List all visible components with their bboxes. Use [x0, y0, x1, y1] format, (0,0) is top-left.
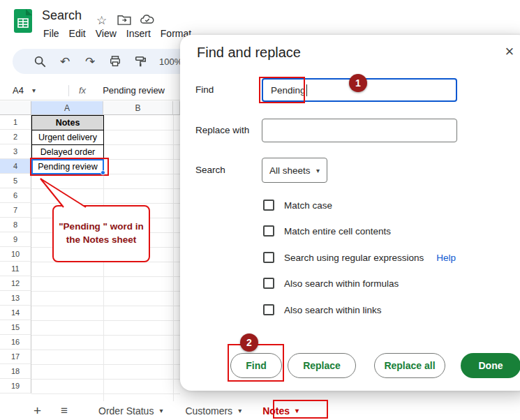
cell-A2[interactable]: Urgent delivery [31, 130, 104, 145]
chevron-down-icon: ▾ [316, 167, 320, 174]
column-header-partial[interactable] [173, 101, 180, 115]
match-case-label: Match case [284, 200, 332, 211]
row-header-4[interactable]: 4 [0, 159, 31, 174]
print-icon[interactable] [109, 55, 121, 68]
help-link[interactable]: Help [436, 253, 456, 263]
match-case-checkbox[interactable] [263, 200, 274, 211]
row-header-16[interactable]: 16 [0, 335, 31, 350]
name-box-value: A4 [13, 85, 24, 96]
cell-A1[interactable]: Notes [31, 115, 104, 130]
search-scope-dropdown[interactable]: All sheets ▾ [262, 158, 327, 183]
search-formulas-label: Also search within formulas [284, 278, 399, 289]
menu-edit[interactable]: Edit [69, 28, 86, 39]
sheets-logo-icon[interactable] [14, 9, 32, 33]
chevron-down-icon: ▾ [32, 87, 36, 94]
row-header-15[interactable]: 15 [0, 320, 31, 335]
search-label: Search [195, 165, 225, 175]
column-header-A[interactable]: A [31, 101, 103, 115]
annotation-badge-1: 1 [349, 74, 367, 92]
row-header-1[interactable]: 1 [0, 115, 31, 130]
match-entire-cell-checkbox[interactable] [263, 225, 274, 237]
row-header-9[interactable]: 9 [0, 232, 31, 247]
gridline [31, 320, 180, 321]
gridline [31, 188, 180, 189]
row-header-8[interactable]: 8 [0, 218, 31, 232]
star-icon[interactable]: ☆ [96, 13, 107, 28]
redo-icon[interactable]: ↷ [84, 54, 96, 69]
all-sheets-menu-icon[interactable]: ≡ [61, 404, 68, 418]
sheet-tab-order-status[interactable]: Order Status ▾ [98, 405, 163, 417]
menu-file[interactable]: File [43, 28, 59, 39]
replace-input[interactable] [262, 119, 457, 142]
search-formulas-checkbox[interactable] [263, 278, 274, 289]
menu-view[interactable]: View [96, 28, 117, 39]
document-title[interactable]: Search [42, 8, 82, 23]
row-header-3[interactable]: 3 [0, 144, 31, 159]
search-links-label: Also search within links [284, 305, 382, 315]
find-label: Find [195, 84, 214, 95]
row-header-14[interactable]: 14 [0, 306, 31, 320]
callout-line-1: "Pending " word in [59, 220, 144, 234]
search-icon[interactable] [34, 55, 46, 68]
fill-handle[interactable] [101, 170, 105, 175]
close-button[interactable]: × [500, 42, 519, 61]
row-header-19[interactable]: 19 [0, 379, 31, 393]
menu-bar: File Edit View Insert Format [43, 28, 191, 39]
row-header-18[interactable]: 18 [0, 364, 31, 379]
gridline [31, 291, 180, 292]
tab-dropdown-icon: ▾ [159, 407, 163, 414]
option-row: Match entire cell contents [263, 224, 391, 238]
text-cursor [306, 84, 307, 96]
option-row: Match case [263, 198, 332, 212]
option-row: Also search within formulas [263, 276, 399, 290]
tab-label: Customers [185, 405, 232, 417]
search-scope-value: All sheets [269, 165, 311, 176]
row-header-13[interactable]: 13 [0, 291, 31, 306]
row-header-12[interactable]: 12 [0, 276, 31, 291]
annotation-box-notes-tab [273, 400, 328, 419]
replace-all-button[interactable]: Replace all [374, 353, 445, 378]
close-icon: × [505, 43, 514, 61]
sheet-tab-customers[interactable]: Customers ▾ [185, 405, 242, 417]
menu-insert[interactable]: Insert [126, 28, 151, 39]
gridline [173, 115, 174, 401]
google-sheets-app: Search ☆ File Edit View Insert Format ↶ … [0, 0, 520, 420]
gridline [31, 306, 180, 306]
gridline [31, 364, 180, 365]
gridline [31, 276, 180, 277]
annotation-box-find-word [259, 77, 305, 103]
gridline [31, 393, 180, 394]
row-header-17[interactable]: 17 [0, 350, 31, 364]
paint-format-icon[interactable] [134, 55, 147, 68]
done-button[interactable]: Done [461, 353, 520, 378]
annotation-badge-2: 2 [240, 333, 258, 352]
gridline [31, 203, 180, 204]
gridline [31, 350, 180, 350]
add-sheet-button[interactable]: + [34, 403, 41, 419]
option-row: Also search within links [263, 303, 382, 317]
row-header-10[interactable]: 10 [0, 247, 31, 262]
row-header-5[interactable]: 5 [0, 174, 31, 188]
gridline [31, 335, 180, 336]
formula-input[interactable]: Pending review [103, 85, 165, 96]
search-links-checkbox[interactable] [263, 304, 274, 315]
replace-button[interactable]: Replace [288, 353, 356, 378]
name-box[interactable]: A4 ▾ [0, 85, 68, 96]
select-all-corner[interactable] [0, 101, 31, 115]
move-folder-icon[interactable] [117, 14, 131, 25]
option-row: Search using regular expressions Help [263, 250, 456, 264]
row-header-11[interactable]: 11 [0, 262, 31, 276]
row-header-7[interactable]: 7 [0, 203, 31, 218]
zoom-value: 100% [159, 57, 182, 67]
row-header-2[interactable]: 2 [0, 130, 31, 144]
match-entire-cell-label: Match entire cell contents [284, 226, 391, 237]
column-header-B[interactable]: B [103, 101, 173, 115]
sheet-tab-bar: + ≡ Order Status ▾ Customers ▾ Notes ▾ [0, 401, 520, 420]
cloud-status-icon[interactable] [140, 14, 155, 26]
undo-icon[interactable]: ↶ [59, 54, 71, 69]
annotation-box-cell-a4 [30, 158, 109, 176]
dialog-title: Find and replace [197, 45, 301, 61]
row-header-6[interactable]: 6 [0, 188, 31, 203]
regex-checkbox[interactable] [263, 252, 274, 263]
callout-line-2: the Notes sheet [66, 234, 137, 247]
